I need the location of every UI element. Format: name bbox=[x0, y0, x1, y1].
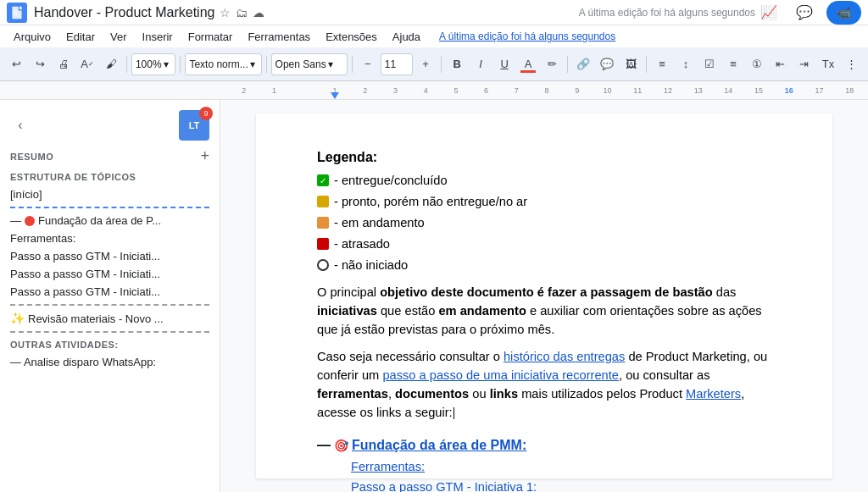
sidebar-item-revisao[interactable]: ✨ Revisão materiais - Novo ... bbox=[0, 309, 220, 328]
sidebar-item-analise[interactable]: — Analise disparo WhatsApp: bbox=[0, 353, 220, 371]
doc-page: Legenda: ✓ - entregue/concluído - pronto… bbox=[256, 113, 832, 478]
style-value: Texto norm... bbox=[189, 58, 248, 70]
style-select[interactable]: Texto norm... ▾ bbox=[185, 53, 261, 75]
indent-increase-button[interactable]: ⇥ bbox=[793, 53, 815, 76]
analytics-icon[interactable]: 📈 bbox=[755, 0, 782, 26]
font-size-select[interactable]: 11 bbox=[381, 53, 413, 75]
underline-button[interactable]: U bbox=[493, 53, 515, 76]
menu-ver[interactable]: Ver bbox=[103, 29, 134, 45]
sidebar-back-button[interactable]: ‹ bbox=[10, 115, 31, 135]
legend-title: Legenda: bbox=[317, 150, 377, 164]
section-heading-link[interactable]: Fundação da área de PMM: bbox=[352, 435, 526, 456]
main-layout: ‹ LT 9 RESUMO + ESTRUTURA DE TÓPICOS [in… bbox=[0, 100, 868, 492]
autosave-link[interactable]: A última edição foi há alguns segundos bbox=[432, 29, 622, 44]
ruler-12r: 12 bbox=[653, 86, 683, 95]
sidebar-item-fundacao[interactable]: — Fundação da área de P... bbox=[0, 212, 220, 229]
print-button[interactable]: 🖨 bbox=[53, 53, 75, 76]
ruler-6r: 6 bbox=[471, 86, 502, 95]
italic-button[interactable]: I bbox=[470, 53, 492, 76]
toolbar-sep-7 bbox=[646, 56, 647, 73]
line-spacing-button[interactable]: ↕ bbox=[675, 53, 697, 76]
doc-title: Handover - Product Marketing bbox=[34, 5, 214, 20]
align-button[interactable]: ≡ bbox=[651, 53, 673, 76]
indent-decrease-button[interactable]: ⇤ bbox=[770, 53, 792, 76]
zoom-chevron: ▾ bbox=[164, 58, 169, 70]
font-size-decrease[interactable]: − bbox=[357, 53, 379, 76]
chat-icon[interactable]: 💬 bbox=[791, 0, 818, 26]
image-button[interactable]: 🖼 bbox=[620, 53, 642, 76]
ruler-5r: 5 bbox=[441, 86, 471, 95]
autosave-status: A última edição foi há alguns segundos bbox=[579, 7, 755, 19]
ruler-triangle bbox=[331, 92, 339, 99]
checklist-button[interactable]: ☑ bbox=[698, 53, 721, 76]
star-icon[interactable]: ☆ bbox=[220, 6, 231, 19]
menu-ajuda[interactable]: Ajuda bbox=[386, 29, 427, 45]
sidebar-item-inicio[interactable]: [início] bbox=[0, 185, 220, 203]
legend-item-4: - atrasado bbox=[317, 235, 771, 253]
menu-formatar[interactable]: Formatar bbox=[181, 29, 240, 45]
spellcheck-button[interactable]: A✓ bbox=[76, 53, 98, 76]
numbered-list-button[interactable]: ① bbox=[746, 53, 768, 76]
sidebar-resumo-section[interactable]: RESUMO + bbox=[0, 144, 220, 169]
menu-ferramentas[interactable]: Ferramentas bbox=[241, 29, 317, 45]
link-historico[interactable]: histórico das entregas bbox=[504, 350, 625, 363]
highlight-button[interactable]: ✏ bbox=[541, 53, 563, 76]
toolbar: ↩ ↪ 🖨 A✓ 🖌 100% ▾ Texto norm... ▾ Open S… bbox=[0, 47, 868, 81]
link-marketers[interactable]: Marketers bbox=[686, 387, 741, 401]
ruler-15r: 15 bbox=[743, 86, 774, 95]
legend-item-1: ✓ - entregue/concluído bbox=[317, 171, 771, 190]
link-passo1[interactable]: Passo a passo GTM - Iniciativa 1: bbox=[351, 478, 771, 492]
doc-area[interactable]: Legenda: ✓ - entregue/concluído - pronto… bbox=[220, 100, 868, 492]
bold-button[interactable]: B bbox=[446, 53, 468, 76]
toolbar-sep-3 bbox=[266, 56, 267, 73]
paint-format-button[interactable]: 🖌 bbox=[100, 53, 122, 76]
top-right-icons: 📈 💬 📹 bbox=[755, 0, 861, 26]
ruler-3r: 3 bbox=[381, 86, 411, 95]
sidebar: ‹ LT 9 RESUMO + ESTRUTURA DE TÓPICOS [in… bbox=[0, 100, 220, 492]
more-button[interactable]: ⋮ bbox=[841, 53, 863, 76]
lt-badge-count: 9 bbox=[199, 107, 213, 120]
ruler-content: 2 1 1 2 3 4 5 6 7 8 9 10 11 12 13 14 15 … bbox=[229, 86, 865, 95]
font-select[interactable]: Open Sans ▾ bbox=[271, 53, 348, 75]
legend-item-5: - não iniciado bbox=[317, 256, 771, 274]
legend-circle bbox=[317, 259, 329, 271]
clear-format-button[interactable]: Tx bbox=[817, 53, 839, 76]
menu-arquivo[interactable]: Arquivo bbox=[7, 29, 58, 45]
sidebar-dashed-1 bbox=[10, 207, 209, 208]
font-size-value: 11 bbox=[385, 58, 396, 70]
link-ferramentas[interactable]: Ferramentas: bbox=[351, 457, 771, 476]
sidebar-item-ferramentas[interactable]: Ferramentas: bbox=[0, 229, 220, 247]
sidebar-dashed-3 bbox=[10, 331, 209, 333]
undo-button[interactable]: ↩ bbox=[5, 53, 27, 76]
text-cursor bbox=[453, 407, 454, 419]
zoom-select[interactable]: 100% ▾ bbox=[131, 53, 176, 75]
text-color-button[interactable]: A bbox=[517, 53, 539, 76]
redo-button[interactable]: ↪ bbox=[29, 53, 51, 76]
comment-button[interactable]: 💬 bbox=[596, 53, 618, 76]
cloud-icon[interactable]: ☁ bbox=[253, 6, 264, 19]
resumo-add-button[interactable]: + bbox=[200, 147, 209, 165]
rocket-emoji: 🎯 bbox=[334, 437, 348, 455]
ruler-4r: 4 bbox=[410, 86, 441, 95]
ruler: 2 1 1 2 3 4 5 6 7 8 9 10 11 12 13 14 15 … bbox=[0, 81, 868, 100]
ruler-11r: 11 bbox=[622, 86, 653, 95]
title-area: Handover - Product Marketing ☆ 🗂 ☁ bbox=[34, 5, 572, 20]
list-button[interactable]: ≡ bbox=[722, 53, 744, 76]
menu-extensoes[interactable]: Extensões bbox=[319, 29, 384, 45]
sidebar-item-passo1[interactable]: Passo a passo GTM - Iniciati... bbox=[0, 247, 220, 265]
sidebar-item-passo3[interactable]: Passo a passo GTM - Iniciati... bbox=[0, 283, 220, 301]
menu-inserir[interactable]: Inserir bbox=[136, 29, 180, 45]
section-heading: — 🎯 Fundação da área de PMM: bbox=[317, 435, 771, 456]
link-button[interactable]: 🔗 bbox=[572, 53, 594, 76]
folder-icon[interactable]: 🗂 bbox=[236, 6, 248, 19]
svg-text:D: D bbox=[14, 10, 18, 16]
menu-editar[interactable]: Editar bbox=[59, 29, 102, 45]
ruler-13r: 13 bbox=[683, 86, 714, 95]
meet-button[interactable]: 📹 bbox=[826, 1, 861, 25]
font-size-increase[interactable]: + bbox=[415, 53, 437, 76]
legend-item-3: - em andamento bbox=[317, 213, 771, 232]
ruler-16r: 16 bbox=[774, 86, 804, 95]
legend-item-2: - pronto, porém não entregue/no ar bbox=[317, 192, 771, 211]
sidebar-item-passo2[interactable]: Passo a passo GTM - Iniciati... bbox=[0, 265, 220, 283]
link-passo-a-passo[interactable]: passo a passo de uma iniciativa recorren… bbox=[382, 368, 619, 382]
